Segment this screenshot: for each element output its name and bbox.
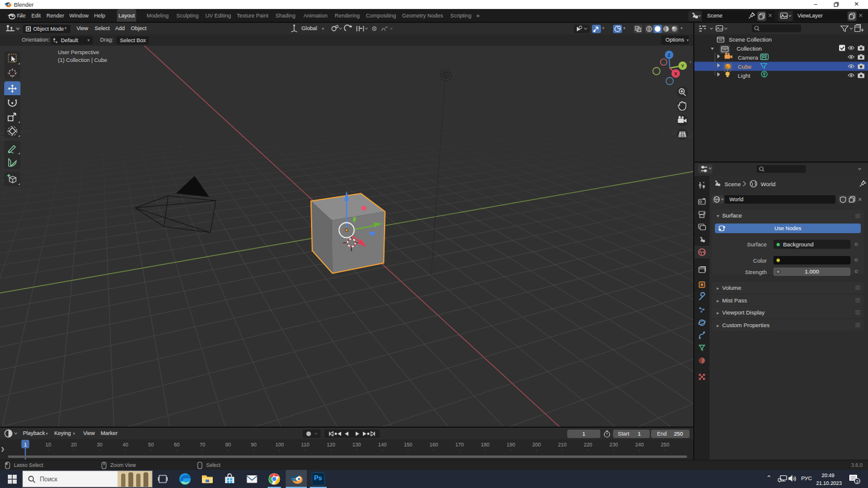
svg-text:230: 230 <box>609 442 618 448</box>
svg-text:130: 130 <box>353 442 361 448</box>
svg-text:90: 90 <box>251 442 257 448</box>
svg-text:40: 40 <box>122 442 128 448</box>
svg-text:X: X <box>674 71 678 77</box>
svg-text:Scene: Scene <box>725 181 741 187</box>
svg-text:World: World <box>761 181 776 187</box>
svg-text:170: 170 <box>455 442 464 448</box>
svg-text:180: 180 <box>481 442 489 448</box>
svg-text:Y: Y <box>681 63 685 69</box>
svg-text:70: 70 <box>200 442 206 448</box>
svg-text:240: 240 <box>635 442 644 448</box>
svg-text:120: 120 <box>327 442 335 448</box>
svg-text:60: 60 <box>174 442 180 448</box>
svg-text:Collection: Collection <box>737 45 762 52</box>
svg-text:Scene Collection: Scene Collection <box>729 36 772 43</box>
svg-text:Cube: Cube <box>738 63 752 70</box>
svg-text:210: 210 <box>558 442 567 448</box>
svg-text:Z: Z <box>668 52 671 58</box>
svg-text:200: 200 <box>532 442 541 448</box>
svg-text:80: 80 <box>225 442 231 448</box>
svg-text:Camera: Camera <box>738 54 759 61</box>
svg-text:250: 250 <box>661 442 669 448</box>
svg-text:160: 160 <box>430 442 438 448</box>
svg-text:1: 1 <box>24 442 27 448</box>
svg-text:10: 10 <box>45 442 51 448</box>
svg-text:30: 30 <box>97 442 103 448</box>
svg-text:150: 150 <box>404 442 412 448</box>
svg-text:220: 220 <box>583 442 592 448</box>
svg-text:3: 3 <box>856 480 858 484</box>
svg-text:50: 50 <box>148 442 154 448</box>
svg-text:190: 190 <box>507 442 515 448</box>
svg-text:140: 140 <box>378 442 386 448</box>
svg-text:20: 20 <box>71 442 77 448</box>
svg-text:Light: Light <box>738 72 750 79</box>
svg-text:100: 100 <box>275 442 284 448</box>
svg-text:110: 110 <box>301 442 310 448</box>
